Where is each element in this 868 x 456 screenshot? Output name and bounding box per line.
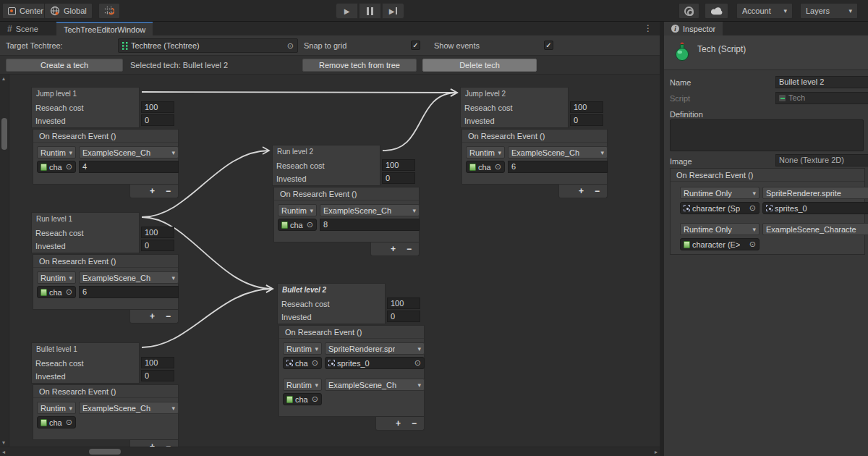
vertical-scrollbar[interactable]: ▴ ▾ bbox=[0, 75, 9, 447]
center-pivot-button[interactable]: Center bbox=[2, 3, 49, 19]
research-cost-field[interactable]: 100 bbox=[141, 357, 174, 368]
research-cost-field[interactable]: 100 bbox=[141, 101, 174, 113]
name-field[interactable]: Bullet level 2 bbox=[775, 76, 868, 88]
techtree-graph-canvas[interactable]: Jump level 1 Reseach cost Invested 100 0… bbox=[0, 75, 660, 456]
object-picker-icon[interactable]: ⊙ bbox=[312, 358, 318, 368]
tab-inspector[interactable]: i Inspector bbox=[664, 22, 723, 35]
event-argument-object-field[interactable]: sprites_0 bbox=[762, 202, 868, 214]
event-function-dropdown[interactable]: ExampleScene_Ch▾ bbox=[79, 271, 179, 284]
event-target-object-field[interactable]: cha ⊙ bbox=[283, 357, 322, 369]
vertical-scrollbar-thumb[interactable] bbox=[1, 118, 7, 150]
research-cost-field[interactable]: 100 bbox=[382, 159, 415, 171]
event-argument-field[interactable]: 6 bbox=[508, 161, 608, 173]
event-function-dropdown[interactable]: SpriteRenderer.sprite bbox=[762, 187, 868, 199]
event-target-object-field[interactable]: cha ⊙ bbox=[278, 219, 317, 231]
add-listener-button[interactable]: + bbox=[579, 186, 584, 196]
add-listener-button[interactable]: + bbox=[150, 186, 155, 196]
event-target-object-field[interactable]: cha ⊙ bbox=[37, 161, 76, 173]
object-picker-icon[interactable]: ⊙ bbox=[414, 358, 421, 368]
add-listener-button[interactable]: + bbox=[150, 311, 155, 321]
research-cost-field[interactable]: 100 bbox=[570, 101, 603, 113]
event-function-dropdown[interactable]: ExampleScene_Ch▾ bbox=[320, 204, 420, 216]
invested-field[interactable]: 0 bbox=[141, 114, 174, 126]
show-events-checkbox[interactable]: ✓ bbox=[544, 41, 553, 50]
event-target-object-field[interactable]: character (E> ⊙ bbox=[680, 238, 760, 250]
event-argument-object-field[interactable]: sprites_0 ⊙ bbox=[325, 357, 425, 369]
object-picker-icon[interactable]: ⊙ bbox=[287, 41, 294, 51]
snap-to-grid-checkbox[interactable]: ✓ bbox=[411, 41, 420, 50]
snap-settings-button[interactable] bbox=[98, 3, 120, 19]
layers-dropdown[interactable]: Layers ▾ bbox=[800, 3, 858, 19]
node-title-box[interactable]: Run level 2 Reseach cost Invested bbox=[272, 145, 380, 186]
node-title-box[interactable]: Jump level 2 Reseach cost Invested bbox=[460, 87, 569, 128]
research-cost-field[interactable]: 100 bbox=[141, 227, 174, 238]
play-button[interactable]: ▶ bbox=[336, 3, 358, 19]
cloud-services-button[interactable] bbox=[705, 3, 728, 19]
tab-techtree-editor[interactable]: TechTreeEditorWindow bbox=[56, 22, 153, 35]
event-mode-dropdown[interactable]: Runtim▾ bbox=[37, 402, 76, 414]
remove-listener-button[interactable]: − bbox=[595, 186, 600, 196]
node-title-box[interactable]: Jump level 1 Reseach cost Invested bbox=[31, 87, 140, 128]
event-function-dropdown[interactable]: SpriteRenderer.spr▾ bbox=[325, 342, 425, 355]
event-target-object-field[interactable]: character (Sp ⊙ bbox=[680, 202, 760, 214]
remove-listener-button[interactable]: − bbox=[407, 244, 412, 254]
node-title-box[interactable]: Bullet level 1 Reseach cost Invested bbox=[31, 342, 140, 384]
image-object-field[interactable]: None (Texture 2D) bbox=[775, 154, 868, 166]
object-picker-icon[interactable]: ⊙ bbox=[66, 162, 72, 172]
object-picker-icon[interactable]: ⊙ bbox=[66, 418, 72, 427]
event-target-object-field[interactable]: cha ⊙ bbox=[466, 161, 505, 173]
object-picker-icon[interactable]: ⊙ bbox=[312, 394, 318, 404]
scroll-right-arrow[interactable]: ▸ bbox=[655, 449, 658, 455]
delete-tech-button[interactable]: Delete tech bbox=[422, 59, 537, 72]
node-title-box[interactable]: Run level 1 Reseach cost Invested bbox=[31, 212, 140, 253]
step-button[interactable]: ▶ bbox=[382, 3, 404, 19]
event-mode-dropdown[interactable]: Runtim▾ bbox=[278, 204, 317, 216]
definition-textarea[interactable] bbox=[670, 119, 864, 151]
event-argument-field[interactable]: 4 bbox=[79, 161, 179, 173]
event-mode-dropdown[interactable]: Runtime Only▾ bbox=[680, 187, 760, 199]
event-target-object-field[interactable]: cha ⊙ bbox=[283, 393, 322, 405]
object-picker-icon[interactable]: ⊙ bbox=[749, 240, 756, 249]
create-tech-button[interactable]: Create a tech bbox=[6, 59, 123, 72]
scroll-down-arrow[interactable]: ▾ bbox=[2, 439, 5, 446]
invested-field[interactable]: 0 bbox=[387, 311, 420, 322]
target-techtree-object-field[interactable]: Techtree (Techtree) ⊙ bbox=[118, 38, 298, 53]
object-picker-icon[interactable]: ⊙ bbox=[307, 220, 313, 229]
scroll-up-arrow[interactable]: ▴ bbox=[2, 75, 5, 82]
event-mode-dropdown[interactable]: Runtim▾ bbox=[37, 146, 76, 159]
horizontal-scrollbar[interactable]: ◂ ▸ bbox=[0, 447, 660, 456]
event-argument-field[interactable]: 6 bbox=[79, 286, 179, 298]
remove-listener-button[interactable]: − bbox=[412, 418, 417, 428]
remove-listener-button[interactable]: − bbox=[166, 186, 171, 196]
event-mode-dropdown[interactable]: Runtim▾ bbox=[283, 342, 322, 355]
object-picker-icon[interactable]: ⊙ bbox=[66, 287, 72, 297]
event-argument-field[interactable]: 8 bbox=[320, 219, 420, 231]
window-menu-icon[interactable]: ⋮ bbox=[644, 23, 652, 33]
object-picker-icon[interactable]: ⊙ bbox=[495, 162, 501, 172]
add-listener-button[interactable]: + bbox=[396, 418, 401, 428]
event-function-dropdown[interactable]: ExampleScene_Ch▾ bbox=[508, 146, 608, 159]
invested-field[interactable]: 0 bbox=[382, 172, 415, 184]
add-listener-button[interactable]: + bbox=[391, 244, 396, 254]
research-cost-field[interactable]: 100 bbox=[387, 297, 420, 309]
event-function-dropdown[interactable]: ExampleScene_Ch▾ bbox=[79, 402, 179, 414]
event-function-dropdown[interactable]: ExampleScene_Ch▾ bbox=[79, 146, 179, 159]
event-mode-dropdown[interactable]: Runtim▾ bbox=[37, 271, 76, 284]
invested-field[interactable]: 0 bbox=[141, 370, 174, 381]
event-target-object-field[interactable]: cha ⊙ bbox=[37, 286, 76, 298]
node-title-box[interactable]: Bullet level 2 Reseach cost Invested bbox=[277, 283, 386, 324]
remove-listener-button[interactable]: − bbox=[166, 311, 171, 321]
invested-field[interactable]: 0 bbox=[141, 240, 174, 251]
pause-button[interactable] bbox=[359, 3, 381, 19]
global-local-button[interactable]: Global bbox=[44, 3, 93, 19]
invested-field[interactable]: 0 bbox=[570, 114, 603, 126]
event-function-dropdown[interactable]: ExampleScene_Characte bbox=[762, 223, 868, 235]
event-function-dropdown[interactable]: ExampleScene_Ch▾ bbox=[325, 379, 425, 391]
horizontal-scrollbar-thumb[interactable] bbox=[89, 449, 121, 455]
event-mode-dropdown[interactable]: Runtim▾ bbox=[283, 379, 322, 391]
account-dropdown[interactable]: Account ▾ bbox=[736, 3, 793, 19]
scroll-left-arrow[interactable]: ◂ bbox=[2, 449, 5, 455]
version-control-button[interactable] bbox=[678, 3, 699, 19]
object-picker-icon[interactable]: ⊙ bbox=[749, 203, 756, 213]
event-target-object-field[interactable]: cha ⊙ bbox=[37, 416, 76, 428]
